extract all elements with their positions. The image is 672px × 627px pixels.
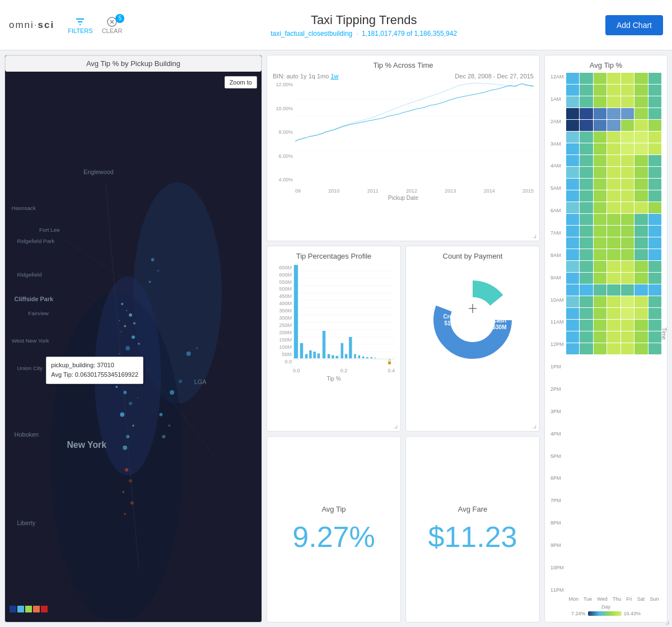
heatmap-cell[interactable] xyxy=(607,249,620,260)
heatmap-cell[interactable] xyxy=(566,96,579,107)
heatmap-cell[interactable] xyxy=(566,296,579,307)
heatmap-cell[interactable] xyxy=(594,120,607,131)
heatmap-cell[interactable] xyxy=(566,331,579,343)
heatmap-cell[interactable] xyxy=(607,214,620,225)
avg-fare-resize[interactable]: ⌟ xyxy=(665,615,670,626)
heatmap-cell[interactable] xyxy=(634,273,648,284)
filters-button[interactable]: FILTERS xyxy=(68,16,92,34)
heatmap-cell[interactable] xyxy=(566,120,579,131)
heatmap-cell[interactable] xyxy=(594,179,607,190)
heatmap-cell[interactable] xyxy=(607,343,620,354)
heatmap-cell[interactable] xyxy=(648,96,662,107)
heatmap-cell[interactable] xyxy=(634,155,648,166)
heatmap-cell[interactable] xyxy=(594,296,607,307)
heatmap-cell[interactable] xyxy=(648,179,662,190)
heatmap-cell[interactable] xyxy=(607,108,620,119)
heatmap-cell[interactable] xyxy=(566,308,579,319)
heatmap-cell[interactable] xyxy=(621,273,634,284)
heatmap-cell[interactable] xyxy=(634,73,648,84)
heatmap-cell[interactable] xyxy=(566,237,579,249)
heatmap-cell[interactable] xyxy=(648,214,662,225)
heatmap-cell[interactable] xyxy=(566,273,579,284)
heatmap-cell[interactable] xyxy=(621,331,634,343)
heatmap-cell[interactable] xyxy=(621,190,634,202)
heatmap-cell[interactable] xyxy=(634,296,648,307)
heatmap-cell[interactable] xyxy=(607,132,620,143)
donut-resize[interactable]: ⌟ xyxy=(533,419,537,430)
heatmap-cell[interactable] xyxy=(566,202,579,213)
heatmap-cell[interactable] xyxy=(594,320,607,331)
heatmap-cell[interactable] xyxy=(648,108,662,119)
heatmap-cell[interactable] xyxy=(580,331,593,343)
heatmap-cell[interactable] xyxy=(648,120,662,131)
heatmap-cell[interactable] xyxy=(594,73,607,84)
heatmap-cell[interactable] xyxy=(621,343,634,354)
heatmap-cell[interactable] xyxy=(580,284,593,296)
heatmap-cell[interactable] xyxy=(566,132,579,143)
heatmap-cell[interactable] xyxy=(580,120,593,131)
heatmap-cell[interactable] xyxy=(607,308,620,319)
heatmap-cell[interactable] xyxy=(634,96,648,107)
heatmap-cell[interactable] xyxy=(566,167,579,178)
heatmap-cell[interactable] xyxy=(566,108,579,119)
heatmap-cell[interactable] xyxy=(648,143,662,155)
heatmap-cell[interactable] xyxy=(566,85,579,96)
heatmap-cell[interactable] xyxy=(621,132,634,143)
heatmap-cell[interactable] xyxy=(580,155,593,166)
heatmap-cell[interactable] xyxy=(580,108,593,119)
heatmap-cell[interactable] xyxy=(566,155,579,166)
heatmap-cell[interactable] xyxy=(594,226,607,237)
heatmap-cell[interactable] xyxy=(607,73,620,84)
heatmap-cell[interactable] xyxy=(594,190,607,202)
heatmap-cell[interactable] xyxy=(621,155,634,166)
heatmap-cell[interactable] xyxy=(580,167,593,178)
heatmap-cell[interactable] xyxy=(566,214,579,225)
heatmap-cell[interactable] xyxy=(607,202,620,213)
heatmap-cell[interactable] xyxy=(621,296,634,307)
heatmap-cell[interactable] xyxy=(634,320,648,331)
heatmap-cell[interactable] xyxy=(594,249,607,260)
heatmap-cell[interactable] xyxy=(594,202,607,213)
heatmap-cell[interactable] xyxy=(580,143,593,155)
bin-auto[interactable]: auto xyxy=(286,73,298,79)
heatmap-cell[interactable] xyxy=(648,308,662,319)
heatmap-cell[interactable] xyxy=(566,226,579,237)
heatmap-cell[interactable] xyxy=(634,143,648,155)
heatmap-cell[interactable] xyxy=(648,190,662,202)
heatmap-cell[interactable] xyxy=(648,132,662,143)
heatmap-cell[interactable] xyxy=(594,284,607,296)
heatmap-cell[interactable] xyxy=(594,96,607,107)
zoom-to-button[interactable]: Zoom to xyxy=(225,76,257,88)
heatmap-cell[interactable] xyxy=(580,190,593,202)
heatmap-cell[interactable] xyxy=(566,249,579,260)
heatmap-cell[interactable] xyxy=(634,249,648,260)
heatmap-cell[interactable] xyxy=(648,226,662,237)
heatmap-cell[interactable] xyxy=(607,120,620,131)
heatmap-cell[interactable] xyxy=(607,143,620,155)
heatmap-cell[interactable] xyxy=(634,132,648,143)
heatmap-cell[interactable] xyxy=(580,202,593,213)
heatmap-cell[interactable] xyxy=(594,273,607,284)
hist-resize[interactable]: ⌟ xyxy=(394,419,398,430)
heatmap-cell[interactable] xyxy=(621,120,634,131)
heatmap-cell[interactable] xyxy=(594,85,607,96)
heatmap-cell[interactable] xyxy=(580,343,593,354)
heatmap-cell[interactable] xyxy=(607,284,620,296)
heatmap-cell[interactable] xyxy=(580,96,593,107)
heatmap-cell[interactable] xyxy=(648,249,662,260)
heatmap-cell[interactable] xyxy=(621,85,634,96)
heatmap-cell[interactable] xyxy=(648,273,662,284)
heatmap-cell[interactable] xyxy=(621,96,634,107)
heatmap-cell[interactable] xyxy=(607,155,620,166)
heatmap-cell[interactable] xyxy=(621,214,634,225)
heatmap-cell[interactable] xyxy=(594,308,607,319)
heatmap-cell[interactable] xyxy=(594,214,607,225)
heatmap-cell[interactable] xyxy=(621,202,634,213)
heatmap-cell[interactable] xyxy=(566,261,579,272)
heatmap-cell[interactable] xyxy=(634,343,648,354)
heatmap-cell[interactable] xyxy=(580,226,593,237)
heatmap-cell[interactable] xyxy=(580,132,593,143)
heatmap-cell[interactable] xyxy=(648,261,662,272)
heatmap-cell[interactable] xyxy=(648,296,662,307)
heatmap-cell[interactable] xyxy=(566,284,579,296)
